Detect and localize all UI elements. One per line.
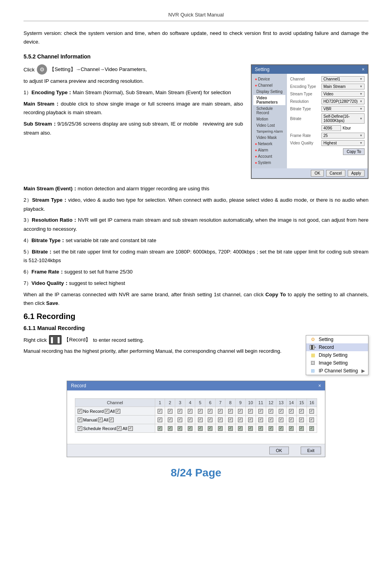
schedule-ch14[interactable]: [286, 424, 296, 433]
schedule-ch16[interactable]: [307, 424, 317, 433]
manual-ch6[interactable]: [205, 416, 215, 424]
sidebar-alarm[interactable]: ●Alarm: [253, 147, 285, 153]
no-record-ch7[interactable]: [215, 407, 225, 416]
record-exit-button[interactable]: Exit: [301, 447, 321, 454]
ok-button[interactable]: OK: [311, 170, 323, 177]
schedule-ch3[interactable]: [175, 424, 185, 433]
copy-to-button[interactable]: Copy To: [343, 148, 365, 155]
no-record-ch3[interactable]: [175, 407, 185, 416]
no-record-all-cb2[interactable]: [105, 409, 109, 414]
manual-ch9[interactable]: [236, 416, 246, 424]
menu-item-image[interactable]: 🖼 Image Setting: [306, 359, 368, 367]
bitrate-num-value[interactable]: 4096: [321, 125, 341, 131]
schedule-ch2[interactable]: [165, 424, 175, 433]
cancel-button[interactable]: Cancel: [326, 170, 345, 177]
schedule-all-cb2[interactable]: [117, 426, 122, 431]
sidebar-system[interactable]: ●System: [253, 160, 285, 166]
no-record-ch9[interactable]: [236, 407, 246, 416]
record-dialog-close-icon[interactable]: ×: [318, 383, 321, 388]
manual-ch4[interactable]: [185, 416, 195, 424]
apply-button[interactable]: Apply: [348, 170, 365, 177]
manual-ch12[interactable]: [266, 416, 276, 424]
frame-rate-value[interactable]: 25▼: [321, 133, 365, 139]
menu-item-display[interactable]: ▦ Disply Setting: [306, 351, 368, 359]
manual-ch3[interactable]: [175, 416, 185, 424]
manual-ch15[interactable]: [296, 416, 307, 424]
manual-all-cb3[interactable]: [109, 418, 114, 422]
schedule-ch13[interactable]: [276, 424, 286, 433]
channel-value[interactable]: Channel1▼: [321, 76, 365, 82]
no-record-all-cb[interactable]: [78, 409, 82, 414]
schedule-ch4[interactable]: [185, 424, 195, 433]
schedule-ch9[interactable]: [236, 424, 246, 433]
manual-ch8[interactable]: [225, 416, 236, 424]
no-record-ch2[interactable]: [165, 407, 175, 416]
image-menu-icon: 🖼: [309, 360, 316, 366]
record-ok-button[interactable]: OK: [269, 447, 289, 454]
schedule-ch1[interactable]: [155, 424, 165, 433]
no-record-ch11[interactable]: [256, 407, 266, 416]
schedule-ch12[interactable]: [266, 424, 276, 433]
schedule-all-cb[interactable]: [78, 426, 82, 431]
schedule-ch10[interactable]: [245, 424, 256, 433]
encoding-value[interactable]: Main Stream▼: [321, 84, 365, 89]
menu-item-setting[interactable]: ⚙ Setting: [306, 336, 368, 343]
schedule-ch11[interactable]: [256, 424, 266, 433]
manual-all-cb2[interactable]: [98, 418, 103, 422]
no-record-ch16[interactable]: [307, 407, 317, 416]
record-dialog-footer: OK Exit: [67, 444, 325, 457]
resolution-value[interactable]: HD720P(1280*720)▼: [321, 98, 365, 104]
no-record-ch1[interactable]: [155, 407, 165, 416]
sidebar-schedule[interactable]: Schedule Record: [253, 106, 285, 116]
sidebar-tampering[interactable]: Tampering Alarm: [253, 129, 285, 134]
sidebar-network[interactable]: ●Network: [253, 141, 285, 147]
schedule-ch15[interactable]: [296, 424, 307, 433]
no-record-ch10[interactable]: [245, 407, 256, 416]
dialog-sidebar: ●Device ●Channel Display Setting Video P…: [252, 74, 287, 168]
sidebar-video-lost[interactable]: Video Lost: [253, 122, 285, 128]
manual-ch1[interactable]: [155, 416, 165, 424]
no-record-ch5[interactable]: [195, 407, 205, 416]
menu-display-label: Disply Setting: [319, 352, 347, 358]
dialog-close-icon[interactable]: ×: [362, 67, 365, 72]
menu-item-record[interactable]: Record: [306, 343, 368, 351]
manual-ch5[interactable]: [195, 416, 205, 424]
no-record-ch14[interactable]: [286, 407, 296, 416]
manual-ch14[interactable]: [286, 416, 296, 424]
no-record-ch4[interactable]: [185, 407, 195, 416]
sidebar-device[interactable]: ●Device: [253, 76, 285, 82]
manual-ch10[interactable]: [245, 416, 256, 424]
all-label-3: All: [122, 426, 127, 431]
sidebar-account[interactable]: ●Account: [253, 153, 285, 159]
schedule-all-cb3[interactable]: [128, 426, 133, 431]
manual-all-cb[interactable]: [78, 418, 82, 422]
sidebar-channel[interactable]: ●Channel: [253, 82, 285, 88]
no-record-all-cb3[interactable]: [116, 409, 120, 414]
sidebar-video-params[interactable]: Video Parameters: [253, 95, 285, 105]
video-quality-value[interactable]: Highest▼: [321, 140, 365, 146]
manual-ch7[interactable]: [215, 416, 225, 424]
schedule-ch6[interactable]: [205, 424, 215, 433]
schedule-ch8[interactable]: [225, 424, 236, 433]
no-record-ch15[interactable]: [296, 407, 307, 416]
table-row-schedule: Schedule Record All: [75, 424, 317, 433]
no-record-ch8[interactable]: [225, 407, 236, 416]
manual-ch11[interactable]: [256, 416, 266, 424]
manual-ch13[interactable]: [276, 416, 286, 424]
no-record-ch6[interactable]: [205, 407, 215, 416]
menu-item-ip-channel[interactable]: ⊞ IP Channel Setting ▶: [306, 367, 368, 375]
schedule-ch5[interactable]: [195, 424, 205, 433]
no-record-ch13[interactable]: [276, 407, 286, 416]
bitrate-type-value[interactable]: VBR▼: [321, 106, 365, 112]
no-record-ch12[interactable]: [266, 407, 276, 416]
sidebar-motion[interactable]: Motion: [253, 116, 285, 122]
col-15: 15: [296, 399, 307, 407]
sidebar-display[interactable]: Display Setting: [253, 89, 285, 95]
record-bracket: 【Record】: [64, 336, 91, 343]
bitrate-value[interactable]: Self-Define(16-16000Kbps)▼: [321, 113, 365, 124]
schedule-ch7[interactable]: [215, 424, 225, 433]
sidebar-video-mask[interactable]: Video Mask: [253, 135, 285, 140]
manual-ch16[interactable]: [307, 416, 317, 424]
manual-ch2[interactable]: [165, 416, 175, 424]
stream-value[interactable]: Video▼: [321, 91, 365, 97]
